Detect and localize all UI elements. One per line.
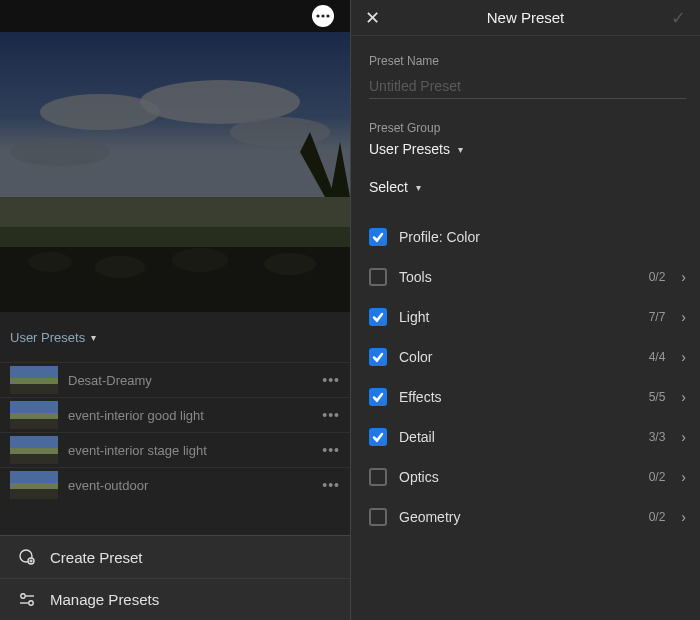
setting-count: 0/2 bbox=[649, 270, 666, 284]
preset-item-more-icon[interactable]: ••• bbox=[322, 442, 340, 458]
create-preset-icon bbox=[18, 548, 36, 566]
preset-list: User Presets ▾ Desat-Dreamy•••event-inte… bbox=[0, 312, 350, 620]
left-topbar bbox=[0, 0, 350, 32]
panel-title: New Preset bbox=[487, 9, 565, 26]
manage-presets-button[interactable]: Manage Presets bbox=[0, 578, 350, 620]
preset-thumbnail bbox=[10, 471, 58, 499]
create-preset-button[interactable]: Create Preset bbox=[0, 536, 350, 578]
setting-row: Profile: Color bbox=[369, 217, 686, 257]
create-preset-label: Create Preset bbox=[50, 549, 143, 566]
setting-row: Optics0/2› bbox=[369, 457, 686, 497]
svg-rect-20 bbox=[10, 401, 58, 415]
preset-item[interactable]: event-outdoor••• bbox=[0, 467, 350, 502]
setting-row: Effects5/5› bbox=[369, 377, 686, 417]
chevron-down-icon: ▾ bbox=[458, 144, 463, 155]
chevron-right-icon[interactable]: › bbox=[681, 349, 686, 365]
setting-label: Color bbox=[399, 349, 637, 365]
preset-group-dropdown[interactable]: User Presets ▾ bbox=[10, 330, 96, 345]
preset-item[interactable]: Desat-Dreamy••• bbox=[0, 362, 350, 397]
select-all-dropdown[interactable]: Select ▾ bbox=[369, 179, 686, 195]
confirm-icon[interactable]: ✓ bbox=[671, 7, 686, 29]
preset-item-label: event-outdoor bbox=[68, 478, 312, 493]
svg-point-15 bbox=[172, 248, 228, 272]
chevron-right-icon[interactable]: › bbox=[681, 389, 686, 405]
setting-row: Light7/7› bbox=[369, 297, 686, 337]
svg-point-13 bbox=[28, 252, 72, 272]
setting-count: 0/2 bbox=[649, 470, 666, 484]
svg-rect-19 bbox=[10, 384, 58, 394]
setting-count: 7/7 bbox=[649, 310, 666, 324]
setting-checkbox[interactable] bbox=[369, 508, 387, 526]
setting-row: Tools0/2› bbox=[369, 257, 686, 297]
svg-point-35 bbox=[29, 600, 33, 604]
setting-checkbox[interactable] bbox=[369, 228, 387, 246]
image-preview bbox=[0, 32, 350, 312]
setting-checkbox[interactable] bbox=[369, 268, 387, 286]
preset-action-popup: Create Preset Manage Presets bbox=[0, 535, 350, 620]
preset-thumbnail bbox=[10, 401, 58, 429]
chevron-right-icon[interactable]: › bbox=[681, 309, 686, 325]
preset-thumbnail bbox=[10, 436, 58, 464]
preset-item[interactable]: event-interior good light••• bbox=[0, 397, 350, 432]
svg-point-2 bbox=[326, 14, 329, 17]
chevron-right-icon[interactable]: › bbox=[681, 469, 686, 485]
svg-rect-23 bbox=[10, 436, 58, 450]
svg-point-33 bbox=[21, 593, 25, 597]
svg-rect-28 bbox=[10, 489, 58, 499]
svg-point-14 bbox=[95, 256, 145, 278]
select-dropdown-label: Select bbox=[369, 179, 408, 195]
setting-label: Detail bbox=[399, 429, 637, 445]
setting-label: Light bbox=[399, 309, 637, 325]
preset-item-more-icon[interactable]: ••• bbox=[322, 372, 340, 388]
chevron-right-icon[interactable]: › bbox=[681, 509, 686, 525]
new-preset-panel: ✕ New Preset ✓ Preset Name Preset Group … bbox=[350, 0, 700, 620]
setting-label: Effects bbox=[399, 389, 637, 405]
chevron-down-icon: ▾ bbox=[91, 332, 96, 343]
preset-item-label: Desat-Dreamy bbox=[68, 373, 312, 388]
setting-row: Detail3/3› bbox=[369, 417, 686, 457]
manage-presets-label: Manage Presets bbox=[50, 591, 159, 608]
setting-label: Profile: Color bbox=[399, 229, 686, 245]
preset-group-select[interactable]: User Presets ▾ bbox=[369, 141, 686, 157]
svg-point-7 bbox=[10, 138, 110, 166]
preset-item[interactable]: event-interior stage light••• bbox=[0, 432, 350, 467]
setting-row: Color4/4› bbox=[369, 337, 686, 377]
panel-header: ✕ New Preset ✓ bbox=[351, 0, 700, 36]
chevron-down-icon: ▾ bbox=[416, 182, 421, 193]
setting-checkbox[interactable] bbox=[369, 468, 387, 486]
preset-item-label: event-interior good light bbox=[68, 408, 312, 423]
setting-count: 5/5 bbox=[649, 390, 666, 404]
preset-thumbnail bbox=[10, 366, 58, 394]
preset-name-input[interactable] bbox=[369, 74, 686, 99]
preset-name-label: Preset Name bbox=[369, 54, 686, 68]
setting-row: Geometry0/2› bbox=[369, 497, 686, 537]
svg-rect-17 bbox=[10, 366, 58, 380]
preset-group-field-label: Preset Group bbox=[369, 121, 686, 135]
preset-item-label: event-interior stage light bbox=[68, 443, 312, 458]
svg-point-1 bbox=[321, 14, 324, 17]
preset-group-label: User Presets bbox=[10, 330, 85, 345]
svg-rect-9 bbox=[0, 197, 350, 227]
svg-rect-25 bbox=[10, 454, 58, 464]
svg-point-6 bbox=[230, 117, 330, 147]
setting-checkbox[interactable] bbox=[369, 428, 387, 446]
setting-checkbox[interactable] bbox=[369, 388, 387, 406]
preset-item-more-icon[interactable]: ••• bbox=[322, 477, 340, 493]
preset-group-value: User Presets bbox=[369, 141, 450, 157]
setting-count: 0/2 bbox=[649, 510, 666, 524]
setting-label: Tools bbox=[399, 269, 637, 285]
setting-checkbox[interactable] bbox=[369, 308, 387, 326]
setting-checkbox[interactable] bbox=[369, 348, 387, 366]
preset-item-more-icon[interactable]: ••• bbox=[322, 407, 340, 423]
chevron-right-icon[interactable]: › bbox=[681, 269, 686, 285]
more-menu-icon[interactable] bbox=[312, 5, 334, 27]
svg-rect-26 bbox=[10, 471, 58, 485]
chevron-right-icon[interactable]: › bbox=[681, 429, 686, 445]
setting-label: Optics bbox=[399, 469, 637, 485]
preset-list-panel: User Presets ▾ Desat-Dreamy•••event-inte… bbox=[0, 0, 350, 620]
svg-rect-22 bbox=[10, 419, 58, 429]
setting-label: Geometry bbox=[399, 509, 637, 525]
close-icon[interactable]: ✕ bbox=[365, 7, 380, 29]
setting-count: 3/3 bbox=[649, 430, 666, 444]
manage-presets-icon bbox=[18, 591, 36, 609]
